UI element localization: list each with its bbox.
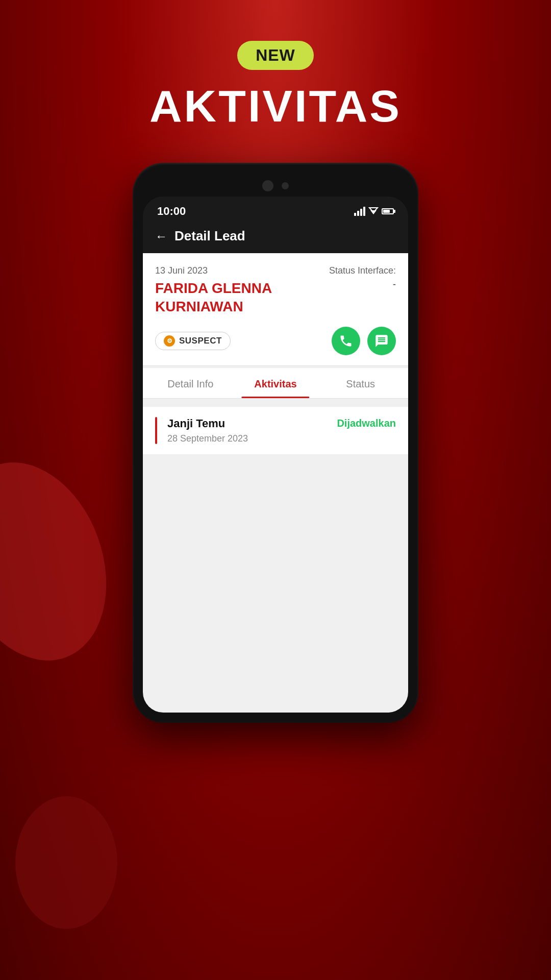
tab-detail-info[interactable]: Detail Info [148,368,233,398]
suspect-icon: ⚙ [164,335,175,347]
lead-status-value: - [393,279,396,290]
header-title: Detail Lead [174,228,245,244]
activity-section: Janji Temu Dijadwalkan 28 September 2023 [143,399,408,463]
tab-aktivitas[interactable]: Aktivitas [233,368,318,398]
phone-screen: 10:00 [143,197,408,713]
signal-bar-2 [357,211,359,216]
tab-status[interactable]: Status [318,368,403,398]
lead-date: 13 Juni 2023 [155,265,208,276]
message-button[interactable] [367,327,396,355]
status-icons [354,207,394,216]
lead-card-header: 13 Juni 2023 Status Interface: [155,265,396,276]
signal-bar-4 [363,207,365,216]
signal-icon [354,207,365,216]
suspect-label: SUSPECT [179,336,222,346]
lead-name: FARIDA GLENNA KURNIAWAN [155,279,272,316]
activity-content: Janji Temu Dijadwalkan 28 September 2023 [167,417,396,444]
activity-title: Janji Temu [167,417,225,430]
camera-bar [143,173,408,197]
phone-outer: 10:00 [133,163,418,723]
new-badge: NEW [237,41,314,70]
action-buttons [332,327,396,355]
camera-dot [282,182,289,189]
activity-left-border [155,417,157,444]
battery-icon [382,208,394,214]
activity-header: Janji Temu Dijadwalkan [167,417,396,430]
lead-card: 13 Juni 2023 Status Interface: FARIDA GL… [143,253,408,366]
wifi-icon [368,207,379,215]
camera-circle [262,180,273,191]
screen-content: 13 Juni 2023 Status Interface: FARIDA GL… [143,253,408,713]
svg-marker-1 [369,208,378,212]
phone-icon [339,334,353,348]
tabs-bar: Detail Info Aktivitas Status [143,368,408,399]
battery-fill [383,210,390,213]
message-icon [374,334,389,348]
bg-decoration-bottom [15,796,117,929]
app-header: ← Detail Lead [143,223,408,253]
main-title: AKTIVITAS [149,80,402,132]
call-button[interactable] [332,327,360,355]
lead-actions-row: ⚙ SUSPECT [155,327,396,355]
phone-mockup: 10:00 [133,163,418,723]
top-section: NEW AKTIVITAS [149,41,402,132]
activity-date: 28 September 2023 [167,433,396,444]
activity-status: Dijadwalkan [337,418,396,429]
signal-bar-3 [360,209,362,216]
suspect-badge: ⚙ SUSPECT [155,332,231,350]
activity-item[interactable]: Janji Temu Dijadwalkan 28 September 2023 [143,407,408,455]
back-arrow-icon[interactable]: ← [155,229,167,243]
lead-status-label: Status Interface: [329,265,396,276]
status-time: 10:00 [157,205,186,218]
lead-name-status-row: FARIDA GLENNA KURNIAWAN - [155,279,396,320]
status-bar: 10:00 [143,197,408,223]
bg-decoration-left [0,441,133,682]
signal-bar-1 [354,213,356,216]
